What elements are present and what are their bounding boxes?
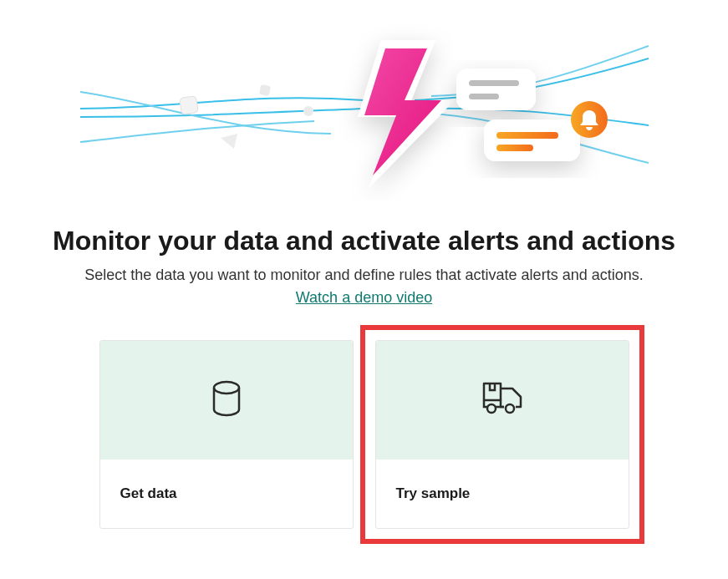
get-data-label: Get data	[120, 485, 177, 502]
svg-point-12	[506, 404, 514, 413]
svg-rect-0	[179, 96, 198, 115]
option-cards-row: Get data	[99, 340, 629, 529]
svg-rect-3	[456, 69, 536, 110]
try-sample-label: Try sample	[396, 485, 471, 502]
shipping-truck-icon	[479, 380, 526, 420]
svg-rect-8	[496, 145, 533, 151]
svg-rect-7	[496, 132, 558, 139]
svg-point-11	[487, 404, 496, 413]
svg-point-2	[303, 106, 313, 116]
svg-point-10	[214, 382, 239, 394]
get-data-icon-area	[100, 341, 353, 460]
page-subtext: Select the data you want to monitor and …	[84, 267, 643, 284]
get-data-card[interactable]: Get data	[99, 340, 354, 529]
svg-rect-5	[469, 94, 499, 99]
database-icon	[210, 380, 243, 420]
svg-rect-6	[484, 119, 580, 161]
try-sample-icon-area	[376, 341, 629, 460]
page-heading: Monitor your data and activate alerts an…	[53, 226, 675, 256]
hero-illustration	[80, 8, 649, 201]
try-sample-card[interactable]: Try sample	[375, 340, 629, 529]
svg-rect-1	[258, 84, 270, 96]
svg-rect-4	[469, 80, 519, 86]
watch-demo-link[interactable]: Watch a demo video	[296, 289, 432, 307]
